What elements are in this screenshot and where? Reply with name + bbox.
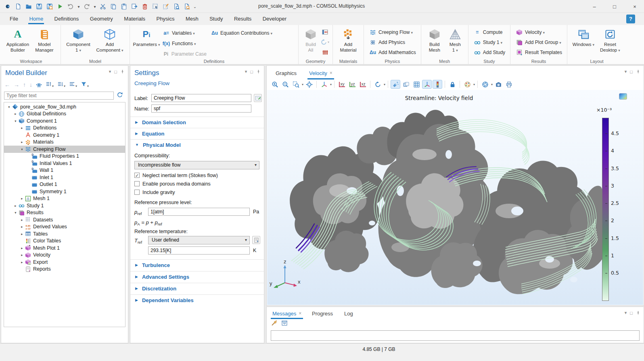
expander[interactable]: ▸ <box>13 112 18 116</box>
tree-item-global-definitions[interactable]: ▸Global Definitions <box>4 111 125 118</box>
tree-item-results[interactable]: ▾Results <box>4 209 125 217</box>
expander[interactable]: ▸ <box>19 225 25 229</box>
maximize-button[interactable]: □ <box>605 0 624 13</box>
tab-geometry[interactable]: Geometry <box>85 13 118 24</box>
search-button[interactable] <box>182 2 192 11</box>
collapse-all-button[interactable]: ▾ <box>46 81 54 88</box>
lock-view-button[interactable] <box>447 80 457 89</box>
filter-button[interactable]: ▾ <box>81 81 89 88</box>
tree-item-velocity[interactable]: ▸Velocity <box>4 252 125 259</box>
refresh-icon[interactable] <box>117 92 125 100</box>
delete-button[interactable] <box>140 2 150 11</box>
section-dependent-variables[interactable]: ▶Dependent Variables <box>130 294 264 305</box>
tree-item-mesh-1[interactable]: ▸Mesh 1 <box>4 195 125 202</box>
tree-item-color-tables[interactable]: Color Tables <box>4 238 125 245</box>
remove-details-button[interactable] <box>320 48 330 56</box>
tree-item-creeping-flow[interactable]: ▾Creeping Flow <box>4 146 125 153</box>
scene-light-toggle[interactable] <box>391 80 400 89</box>
tree-item-export[interactable]: ▸Export <box>4 259 125 266</box>
windows-button[interactable]: Windows <box>570 26 597 49</box>
move-up-button[interactable]: ↑ <box>23 81 26 88</box>
section-domain-selection[interactable]: ▶Domain Selection <box>130 117 264 127</box>
tree-item-derived-values[interactable]: ▸Derived Values <box>4 223 125 231</box>
tree-item-inlet-1[interactable]: Inlet 1 <box>4 174 125 181</box>
float-panel-icon[interactable]: □ <box>630 69 633 74</box>
filter-input[interactable] <box>4 92 114 100</box>
pin-icon[interactable] <box>636 311 640 315</box>
tab-graphics-window[interactable]: Graphics <box>276 68 297 78</box>
zoom-box-dropdown[interactable]: ▾ <box>302 83 303 86</box>
transparency-toggle[interactable] <box>401 80 411 89</box>
tab-definitions[interactable]: Definitions <box>50 13 84 24</box>
tab-log[interactable]: Log <box>344 309 353 318</box>
view-xy-button[interactable]: xy <box>337 80 347 89</box>
color-theme-dropdown[interactable]: ▾ <box>473 83 475 86</box>
tab-home[interactable]: Home <box>24 13 48 24</box>
panel-menu-chevron[interactable]: ▾ <box>245 69 247 74</box>
tab-messages[interactable]: Messages× <box>272 309 301 318</box>
close-tab-icon[interactable]: × <box>330 70 332 76</box>
model-manager-button[interactable]: Model Manager <box>31 26 58 55</box>
rename-button[interactable] <box>254 94 262 102</box>
tree-item-mesh-plot-1[interactable]: ▸Mesh Plot 1 <box>4 244 125 252</box>
equation-contributions-button[interactable]: ΔuEquation Contributions <box>209 28 295 38</box>
zoom-out-button[interactable] <box>280 80 290 89</box>
zoom-in-button[interactable] <box>270 80 280 89</box>
new-file-button[interactable] <box>13 2 23 11</box>
select-button[interactable] <box>150 2 161 11</box>
result-templates-button[interactable]: Result Templates <box>513 47 564 57</box>
copy-button[interactable] <box>108 2 119 11</box>
add-mathematics-button[interactable]: ΔuAdd Mathematics <box>367 47 418 57</box>
clear-selection-button[interactable] <box>161 2 171 11</box>
tree-item-materials[interactable]: ▸Materials <box>4 139 125 146</box>
tab-study[interactable]: Study <box>205 13 228 24</box>
tab-physics[interactable]: Physics <box>152 13 180 24</box>
close-tab-icon[interactable]: × <box>299 311 301 316</box>
tab-developer[interactable]: Developer <box>258 13 291 24</box>
functions-button[interactable]: f(x)Functions <box>160 38 209 48</box>
import-geometry-button[interactable] <box>320 27 330 36</box>
default-view-button[interactable] <box>319 80 329 89</box>
back-button[interactable]: ← <box>4 81 10 88</box>
rotate-dropdown[interactable]: ▾ <box>384 83 385 86</box>
duplicate-button[interactable] <box>129 2 140 11</box>
stokes-flow-checkbox[interactable]: ✓ <box>134 173 140 178</box>
component-1-button[interactable]: Component 1 <box>64 26 93 55</box>
help-button[interactable]: ? <box>626 15 635 23</box>
minimize-button[interactable]: – <box>585 0 604 13</box>
tab-results[interactable]: Results <box>229 13 256 24</box>
zoom-box-button[interactable] <box>291 80 301 89</box>
expander[interactable]: ▸ <box>19 232 25 236</box>
paste-button[interactable] <box>119 2 129 11</box>
redo-dropdown[interactable]: ▾ <box>92 4 98 9</box>
creeping-flow-selector[interactable]: Creeping Flow <box>367 27 418 37</box>
tree-item-fluid-properties-1[interactable]: Fluid Properties 1 <box>4 153 125 160</box>
default-view-dropdown[interactable]: ▾ <box>330 83 332 86</box>
customize-toolbar-chevron[interactable]: ⌄ <box>192 4 198 9</box>
save-button[interactable] <box>34 2 44 11</box>
add-plot-group-button[interactable]: Add Plot Group <box>513 37 564 47</box>
expander[interactable]: ▸ <box>19 246 25 250</box>
expander[interactable]: ▸ <box>19 253 25 257</box>
section-equation[interactable]: ▶Equation <box>130 128 264 139</box>
expander[interactable]: ▸ <box>19 218 25 222</box>
pin-icon[interactable] <box>120 69 125 74</box>
section-physical-model[interactable]: ▼Physical Model <box>130 139 264 150</box>
open-messages-icon[interactable] <box>281 320 288 326</box>
name-field[interactable] <box>151 104 251 113</box>
tree-item-tables[interactable]: ▸Tables <box>4 230 125 238</box>
tree-item-datasets[interactable]: ▸Datasets <box>4 216 125 223</box>
undo-dropdown[interactable]: ▾ <box>76 4 82 9</box>
expander[interactable]: ▾ <box>13 211 18 215</box>
add-material-button[interactable]: Add Material <box>336 26 361 55</box>
tree-item-outlet-1[interactable]: Outlet 1 <box>4 181 125 188</box>
panel-menu-chevron[interactable]: ▾ <box>625 69 627 74</box>
tref-dropdown[interactable]: User defined <box>148 236 250 244</box>
include-gravity-checkbox[interactable] <box>134 190 140 195</box>
print-button[interactable] <box>504 80 514 89</box>
expander[interactable]: ▸ <box>19 260 25 264</box>
cut-button[interactable] <box>98 2 108 11</box>
node-text-button[interactable]: ▾ <box>69 81 77 88</box>
redo-button[interactable] <box>82 2 92 11</box>
tree-item-definitions[interactable]: ▸Definitions <box>4 125 125 132</box>
